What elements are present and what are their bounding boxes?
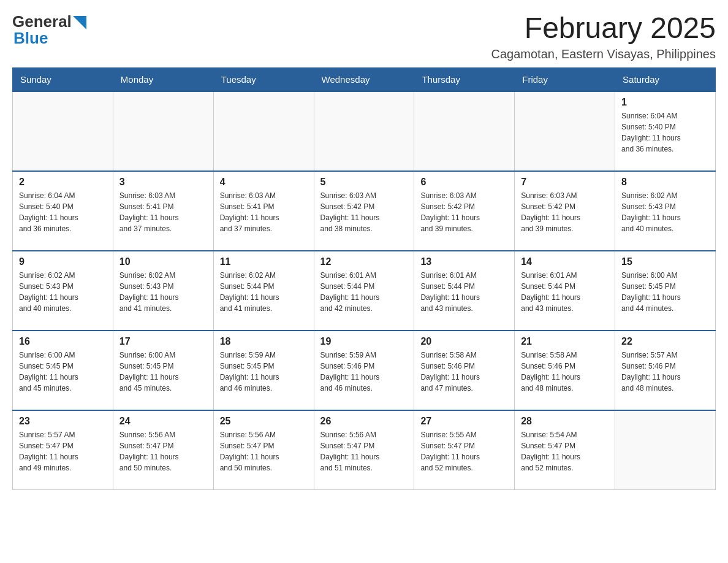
day-info: Sunrise: 6:00 AMSunset: 5:45 PMDaylight:…	[621, 270, 709, 314]
day-number: 24	[119, 416, 207, 427]
calendar-cell	[213, 91, 314, 171]
calendar-cell: 14Sunrise: 6:01 AMSunset: 5:44 PMDayligh…	[515, 251, 615, 331]
day-number: 21	[521, 336, 609, 347]
calendar-cell: 15Sunrise: 6:00 AMSunset: 5:45 PMDayligh…	[615, 251, 716, 331]
day-number: 6	[420, 177, 508, 188]
day-info: Sunrise: 6:00 AMSunset: 5:45 PMDaylight:…	[19, 350, 107, 394]
day-number: 12	[320, 256, 408, 267]
day-info: Sunrise: 5:59 AMSunset: 5:45 PMDaylight:…	[220, 350, 308, 394]
calendar-cell	[314, 91, 414, 171]
calendar-cell: 22Sunrise: 5:57 AMSunset: 5:46 PMDayligh…	[615, 331, 716, 410]
calendar-week-5: 23Sunrise: 5:57 AMSunset: 5:47 PMDayligh…	[13, 410, 716, 490]
day-info: Sunrise: 6:04 AMSunset: 5:40 PMDaylight:…	[19, 190, 107, 234]
calendar-cell	[113, 91, 213, 171]
day-number: 20	[420, 336, 508, 347]
calendar-cell: 27Sunrise: 5:55 AMSunset: 5:47 PMDayligh…	[414, 410, 515, 490]
day-info: Sunrise: 5:58 AMSunset: 5:46 PMDaylight:…	[420, 350, 508, 394]
calendar-cell	[13, 91, 113, 171]
calendar-cell: 6Sunrise: 6:03 AMSunset: 5:42 PMDaylight…	[414, 171, 515, 251]
calendar-cell: 20Sunrise: 5:58 AMSunset: 5:46 PMDayligh…	[414, 331, 515, 410]
day-number: 9	[19, 256, 107, 267]
calendar-cell: 17Sunrise: 6:00 AMSunset: 5:45 PMDayligh…	[113, 331, 213, 410]
calendar-cell: 23Sunrise: 5:57 AMSunset: 5:47 PMDayligh…	[13, 410, 113, 490]
day-info: Sunrise: 6:03 AMSunset: 5:42 PMDaylight:…	[420, 190, 508, 234]
day-info: Sunrise: 6:00 AMSunset: 5:45 PMDaylight:…	[119, 350, 207, 394]
calendar-cell: 1Sunrise: 6:04 AMSunset: 5:40 PMDaylight…	[615, 91, 716, 171]
day-number: 7	[521, 177, 609, 188]
day-number: 1	[621, 97, 709, 108]
day-info: Sunrise: 6:01 AMSunset: 5:44 PMDaylight:…	[420, 270, 508, 314]
calendar-cell: 16Sunrise: 6:00 AMSunset: 5:45 PMDayligh…	[13, 331, 113, 410]
calendar-header-row: SundayMondayTuesdayWednesdayThursdayFrid…	[13, 67, 716, 91]
day-number: 28	[521, 416, 609, 427]
day-info: Sunrise: 6:01 AMSunset: 5:44 PMDaylight:…	[320, 270, 408, 314]
calendar-week-4: 16Sunrise: 6:00 AMSunset: 5:45 PMDayligh…	[13, 331, 716, 410]
day-info: Sunrise: 5:55 AMSunset: 5:47 PMDaylight:…	[420, 429, 508, 473]
day-info: Sunrise: 6:01 AMSunset: 5:44 PMDaylight:…	[521, 270, 609, 314]
calendar-cell	[414, 91, 515, 171]
day-number: 18	[220, 336, 308, 347]
calendar-header-saturday: Saturday	[615, 67, 716, 91]
day-info: Sunrise: 5:59 AMSunset: 5:46 PMDaylight:…	[320, 350, 408, 394]
calendar-cell: 18Sunrise: 5:59 AMSunset: 5:45 PMDayligh…	[213, 331, 314, 410]
calendar-header-thursday: Thursday	[414, 67, 515, 91]
day-number: 4	[220, 177, 308, 188]
day-number: 23	[19, 416, 107, 427]
day-info: Sunrise: 6:02 AMSunset: 5:43 PMDaylight:…	[19, 270, 107, 314]
day-number: 2	[19, 177, 107, 188]
calendar-week-2: 2Sunrise: 6:04 AMSunset: 5:40 PMDaylight…	[13, 171, 716, 251]
calendar-cell: 13Sunrise: 6:01 AMSunset: 5:44 PMDayligh…	[414, 251, 515, 331]
day-info: Sunrise: 6:02 AMSunset: 5:43 PMDaylight:…	[621, 190, 709, 234]
location-title: Cagamotan, Eastern Visayas, Philippines	[491, 47, 716, 61]
calendar-cell: 2Sunrise: 6:04 AMSunset: 5:40 PMDaylight…	[13, 171, 113, 251]
day-info: Sunrise: 5:58 AMSunset: 5:46 PMDaylight:…	[521, 350, 609, 394]
svg-marker-0	[73, 16, 86, 29]
day-number: 11	[220, 256, 308, 267]
calendar-cell: 3Sunrise: 6:03 AMSunset: 5:41 PMDaylight…	[113, 171, 213, 251]
calendar-cell: 19Sunrise: 5:59 AMSunset: 5:46 PMDayligh…	[314, 331, 414, 410]
day-info: Sunrise: 6:03 AMSunset: 5:42 PMDaylight:…	[320, 190, 408, 234]
day-number: 8	[621, 177, 709, 188]
calendar-cell: 26Sunrise: 5:56 AMSunset: 5:47 PMDayligh…	[314, 410, 414, 490]
day-number: 3	[119, 177, 207, 188]
day-number: 5	[320, 177, 408, 188]
calendar-cell: 21Sunrise: 5:58 AMSunset: 5:46 PMDayligh…	[515, 331, 615, 410]
calendar-week-3: 9Sunrise: 6:02 AMSunset: 5:43 PMDaylight…	[13, 251, 716, 331]
logo: General Blue	[12, 12, 86, 48]
day-info: Sunrise: 5:56 AMSunset: 5:47 PMDaylight:…	[220, 429, 308, 473]
day-info: Sunrise: 6:02 AMSunset: 5:43 PMDaylight:…	[119, 270, 207, 314]
day-number: 17	[119, 336, 207, 347]
day-number: 14	[521, 256, 609, 267]
calendar-cell: 10Sunrise: 6:02 AMSunset: 5:43 PMDayligh…	[113, 251, 213, 331]
day-number: 16	[19, 336, 107, 347]
calendar-cell: 7Sunrise: 6:03 AMSunset: 5:42 PMDaylight…	[515, 171, 615, 251]
calendar-week-1: 1Sunrise: 6:04 AMSunset: 5:40 PMDaylight…	[13, 91, 716, 171]
day-number: 13	[420, 256, 508, 267]
calendar-header-tuesday: Tuesday	[213, 67, 314, 91]
title-section: February 2025 Cagamotan, Eastern Visayas…	[491, 12, 716, 61]
calendar-cell: 28Sunrise: 5:54 AMSunset: 5:47 PMDayligh…	[515, 410, 615, 490]
day-info: Sunrise: 6:03 AMSunset: 5:41 PMDaylight:…	[119, 190, 207, 234]
page-header: General Blue February 2025 Cagamotan, Ea…	[12, 12, 716, 61]
day-info: Sunrise: 5:54 AMSunset: 5:47 PMDaylight:…	[521, 429, 609, 473]
calendar-cell	[615, 410, 716, 490]
calendar-header-friday: Friday	[515, 67, 615, 91]
day-number: 15	[621, 256, 709, 267]
day-number: 25	[220, 416, 308, 427]
calendar-header-wednesday: Wednesday	[314, 67, 414, 91]
day-info: Sunrise: 5:57 AMSunset: 5:46 PMDaylight:…	[621, 350, 709, 394]
calendar-cell	[515, 91, 615, 171]
calendar-header-monday: Monday	[113, 67, 213, 91]
day-number: 19	[320, 336, 408, 347]
day-number: 27	[420, 416, 508, 427]
calendar-cell: 24Sunrise: 5:56 AMSunset: 5:47 PMDayligh…	[113, 410, 213, 490]
calendar-cell: 4Sunrise: 6:03 AMSunset: 5:41 PMDaylight…	[213, 171, 314, 251]
day-number: 10	[119, 256, 207, 267]
logo-blue-text: Blue	[13, 29, 48, 48]
day-number: 26	[320, 416, 408, 427]
day-info: Sunrise: 6:04 AMSunset: 5:40 PMDaylight:…	[621, 110, 709, 155]
logo-triangle-icon	[73, 16, 86, 29]
day-info: Sunrise: 6:03 AMSunset: 5:41 PMDaylight:…	[220, 190, 308, 234]
month-title: February 2025	[491, 12, 716, 45]
day-info: Sunrise: 6:02 AMSunset: 5:44 PMDaylight:…	[220, 270, 308, 314]
